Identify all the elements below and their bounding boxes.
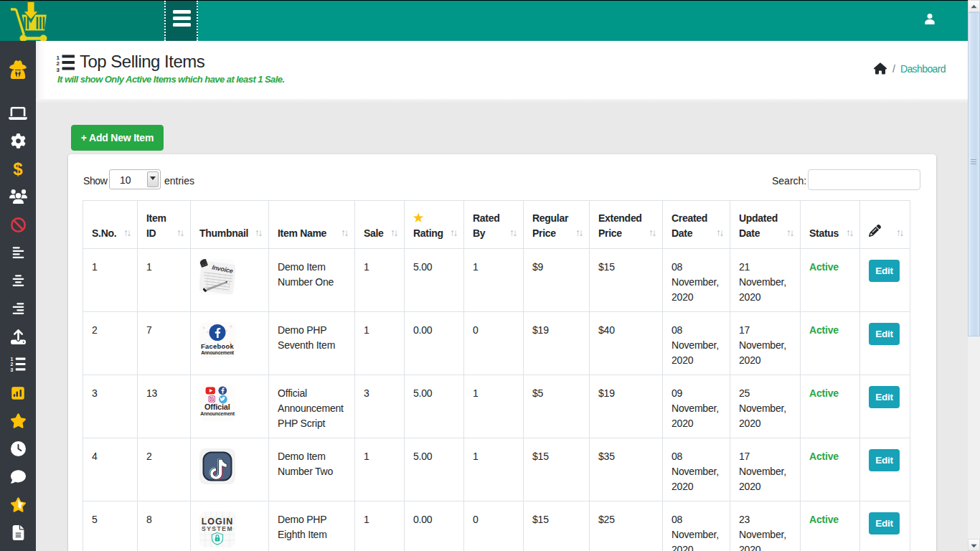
svg-text:Announcement: Announcement — [200, 411, 235, 416]
svg-text:3: 3 — [11, 367, 14, 372]
svg-text:3: 3 — [57, 67, 60, 72]
svg-text:2: 2 — [11, 362, 14, 367]
svg-text:SYSTEM: SYSTEM — [202, 525, 233, 532]
svg-text:1: 1 — [11, 357, 14, 362]
svg-text:Facebook: Facebook — [201, 343, 234, 350]
svg-text:Announcement: Announcement — [201, 350, 235, 355]
svg-text:Official: Official — [204, 402, 230, 411]
